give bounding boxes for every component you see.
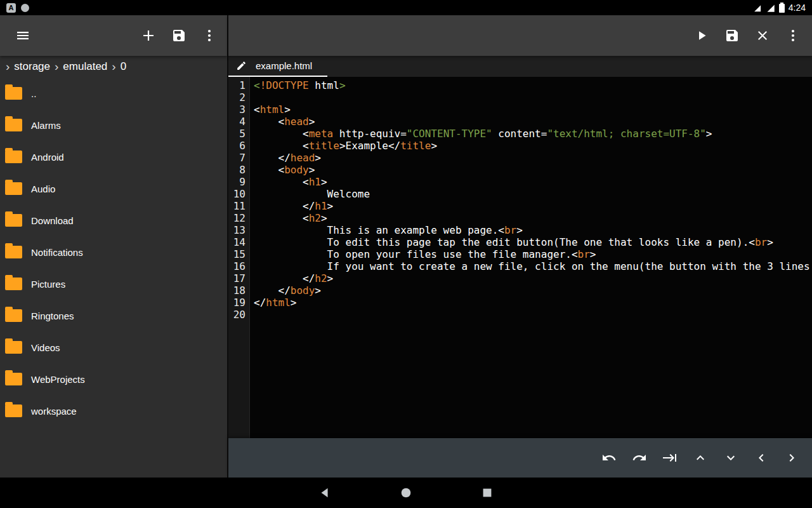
recents-button[interactable] [472, 478, 502, 508]
save-icon [171, 28, 187, 43]
folder-icon [5, 246, 22, 258]
breadcrumb-chevron-icon: › [55, 60, 58, 74]
folder-icon [5, 87, 22, 100]
new-file-button[interactable] [133, 20, 164, 51]
vertical-dots-icon [785, 28, 801, 43]
code-content[interactable]: <!DOCTYPE html><html> <head> <meta http-… [250, 77, 812, 438]
move-left-button[interactable] [746, 443, 776, 473]
line-number: 6 [228, 140, 246, 152]
folder-label: Download [31, 215, 74, 226]
folder-icon [5, 277, 22, 290]
code-line[interactable]: </head> [254, 152, 812, 164]
code-line[interactable]: </h2> [254, 272, 812, 284]
move-right-button[interactable] [776, 443, 807, 473]
back-button[interactable] [310, 478, 340, 508]
redo-button[interactable] [624, 443, 655, 473]
line-number: 8 [228, 164, 246, 176]
folder-row[interactable]: Download [0, 204, 227, 236]
file-toolbar-actions [133, 20, 225, 51]
line-number: 2 [228, 91, 246, 104]
drawer-menu-button[interactable] [8, 20, 38, 51]
line-number: 14 [228, 236, 246, 248]
close-file-button[interactable] [747, 20, 778, 51]
line-number: 5 [228, 128, 246, 140]
code-line[interactable]: This is an example web page.<br> [254, 224, 812, 236]
save-all-button[interactable] [164, 20, 194, 51]
folder-label: Pictures [31, 279, 65, 290]
code-line[interactable]: <h1> [254, 176, 812, 188]
code-line[interactable]: <!DOCTYPE html> [254, 79, 812, 91]
chevron-up-icon [693, 450, 708, 465]
line-number: 13 [228, 224, 246, 236]
tab-example-html[interactable]: example.html [228, 56, 327, 77]
folder-row[interactable]: Notifications [0, 236, 227, 268]
status-notifications: A [6, 3, 29, 13]
breadcrumb-segment[interactable]: 0 [121, 60, 126, 73]
battery-icon [779, 4, 785, 13]
save-file-button[interactable] [717, 20, 747, 51]
vertical-dots-icon [202, 28, 217, 43]
breadcrumb-segment[interactable]: emulated [63, 60, 107, 73]
code-line[interactable] [254, 91, 812, 104]
tab-label: example.html [256, 60, 312, 71]
folder-row[interactable]: Android [0, 141, 227, 173]
line-number: 16 [228, 260, 246, 272]
android-nav-bar [0, 478, 812, 508]
line-number: 10 [228, 188, 246, 200]
pencil-icon [236, 60, 247, 71]
code-line[interactable] [254, 309, 812, 321]
chevron-left-icon [754, 450, 769, 465]
folder-row[interactable]: Pictures [0, 268, 227, 300]
code-line[interactable]: To edit this page tap the edit button(Th… [254, 236, 812, 248]
code-line[interactable]: <body> [254, 164, 812, 176]
code-editor[interactable]: 1234567891011121314151617181920 <!DOCTYP… [228, 77, 812, 438]
folder-icon [5, 150, 22, 163]
line-number: 4 [228, 116, 246, 128]
code-line[interactable]: <h2> [254, 212, 812, 224]
code-line[interactable]: If you want to create a new file, click … [254, 260, 812, 272]
folder-icon [5, 404, 22, 417]
wifi-icon [752, 3, 762, 13]
folder-row[interactable]: Videos [0, 331, 227, 363]
close-icon [755, 28, 770, 43]
folder-icon [5, 373, 22, 385]
file-manager-toolbar [0, 15, 227, 56]
code-line[interactable]: <html> [254, 104, 812, 116]
code-line[interactable]: </body> [254, 284, 812, 297]
file-overflow-menu-button[interactable] [194, 20, 225, 51]
undo-button[interactable] [594, 443, 624, 473]
code-line[interactable]: </html> [254, 297, 812, 309]
chevron-down-icon [723, 450, 738, 465]
folder-label: Android [31, 152, 64, 163]
editor-overflow-menu-button[interactable] [778, 20, 808, 51]
breadcrumb-segment[interactable]: storage [14, 60, 50, 73]
folder-row[interactable]: Audio [0, 173, 227, 204]
tab-indent-button[interactable] [655, 443, 685, 473]
editor-toolbar [228, 15, 812, 56]
code-line[interactable]: To open your files use the file manager.… [254, 248, 812, 260]
home-button[interactable] [391, 478, 421, 508]
move-up-button[interactable] [685, 443, 716, 473]
line-number: 17 [228, 272, 246, 284]
editor-toolbar-actions [686, 20, 808, 51]
folder-row[interactable]: Ringtones [0, 300, 227, 331]
code-line[interactable]: <title>Example</title> [254, 140, 812, 152]
line-number: 19 [228, 297, 246, 309]
folder-label: Videos [31, 342, 60, 353]
breadcrumb-chevron-icon: › [112, 60, 115, 74]
code-line[interactable]: <head> [254, 116, 812, 128]
folder-row[interactable]: workspace [0, 395, 227, 427]
code-line[interactable]: <meta http-equiv="CONTENT-TYPE" content=… [254, 128, 812, 140]
code-line[interactable]: </h1> [254, 200, 812, 212]
code-line[interactable]: Welcome [254, 188, 812, 200]
folder-row[interactable]: Alarms [0, 109, 227, 141]
folder-row[interactable]: WebProjects [0, 363, 227, 395]
line-number: 7 [228, 152, 246, 164]
line-number: 1 [228, 79, 246, 91]
breadcrumb: ›storage›emulated›0 [0, 56, 227, 77]
run-button[interactable] [686, 20, 717, 51]
folder-icon [5, 214, 22, 227]
folder-row[interactable]: .. [0, 77, 227, 109]
move-down-button[interactable] [716, 443, 746, 473]
chevron-right-icon [784, 450, 799, 465]
